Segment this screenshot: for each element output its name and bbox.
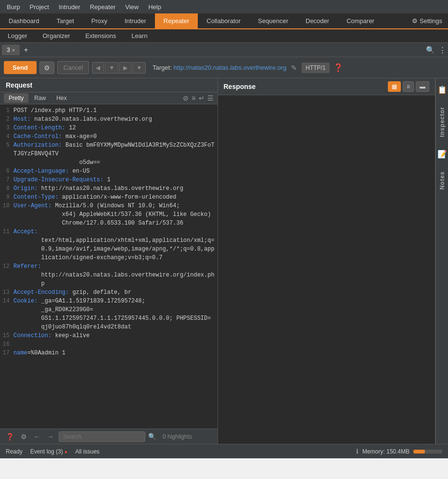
view-hex-button[interactable]: ▬ <box>416 81 429 92</box>
sub-tab-icons: ⊘ ≡ ↵ ☰ <box>183 94 213 102</box>
tab-label: 3 <box>7 47 10 53</box>
no-wrap-icon[interactable]: ⊘ <box>183 94 189 102</box>
menu-repeater[interactable]: Repeater <box>85 1 120 13</box>
menu-view[interactable]: View <box>120 1 143 13</box>
target-url: http://natas20.natas.labs.overthewire.or… <box>173 64 286 71</box>
menu-help[interactable]: Help <box>143 1 166 13</box>
code-line-14: 14 Cookie: _ga=GA1.1.51971839.1725957248… <box>0 297 218 331</box>
nav-tabs-row2: Logger Organizer Extensions Learn <box>0 29 448 43</box>
menu-project[interactable]: Project <box>25 1 53 13</box>
code-line-9: 9 Content-Type: application/x-www-form-u… <box>0 193 218 202</box>
nav-tabs-row1: Dashboard Target Proxy Intruder Repeater… <box>0 13 448 29</box>
request-panel-header: Request <box>0 78 218 92</box>
code-line-10: 10 User-Agent: Mozilla/5.0 (Windows NT 1… <box>0 202 218 227</box>
search-icon[interactable]: ↵ <box>199 94 205 102</box>
status-ready: Ready <box>6 448 23 455</box>
all-issues[interactable]: All issues <box>75 448 100 455</box>
send-button[interactable]: Send <box>4 61 37 74</box>
request-search-bar: ❓ ⚙ ← → 🔍 0 highlights <box>0 429 218 444</box>
code-line-17: 17 name=%0Aadmin 1 <box>0 349 218 357</box>
nav-next-button[interactable]: ▶ <box>119 62 131 74</box>
tab-proxy[interactable]: Proxy <box>83 13 116 29</box>
code-line-15: 15 Connection: keep-alive <box>0 331 218 340</box>
tab-sequencer[interactable]: Sequencer <box>249 13 297 29</box>
request-code-area[interactable]: 1 POST /index.php HTTP/1.1 2 Host: natas… <box>0 104 218 429</box>
nav-next-dropdown-button[interactable]: ▼ <box>132 62 146 74</box>
sidebar-inspector-icon: 📋 <box>437 82 447 97</box>
response-title: Response <box>224 83 256 90</box>
tab-intruder[interactable]: Intruder <box>116 13 155 29</box>
code-line-13: 13 Accept-Encoding: gzip, deflate, br <box>0 288 218 297</box>
tab-search-icon[interactable]: 🔍 <box>426 46 435 54</box>
response-empty-area <box>218 95 435 444</box>
tab-close[interactable]: × <box>12 47 15 53</box>
response-view-buttons: ▦ ≡ ▬ <box>388 81 429 92</box>
toolbar: Send ⚙ Cancel ◀ ▼ ▶ ▼ Target: http://nat… <box>0 57 448 78</box>
nav-arrows: ◀ ▼ ▶ ▼ <box>92 62 146 74</box>
code-line-5: 5 Authorization: Basic bmF0YXMyMDpwNW1Dd… <box>0 141 218 167</box>
inspector-label[interactable]: Inspector <box>437 101 448 143</box>
memory-fill <box>413 450 425 454</box>
edit-target-icon[interactable]: ✎ <box>291 64 297 72</box>
menu-bar: Burp Project Intruder Repeater View Help <box>0 0 448 13</box>
sub-tab-pretty[interactable]: Pretty <box>4 93 28 103</box>
nav-dropdown-button[interactable]: ▼ <box>105 62 118 74</box>
event-log[interactable]: Event log (3) ● <box>30 448 67 455</box>
view-raw-button[interactable]: ≡ <box>403 81 414 92</box>
code-line-4: 4 Cache-Control: max-age=0 <box>0 132 218 141</box>
menu-intruder[interactable]: Intruder <box>54 1 85 13</box>
tab-add-button[interactable]: + <box>20 45 32 55</box>
back-bottom-icon[interactable]: ← <box>32 432 42 441</box>
menu-icon[interactable]: ☰ <box>207 94 214 102</box>
tab-dashboard[interactable]: Dashboard <box>0 13 48 29</box>
main-content: Request Pretty Raw Hex ⊘ ≡ ↵ ☰ 1 POST /i… <box>0 78 448 444</box>
code-line-6: 6 Accept-Language: en-US <box>0 167 218 176</box>
sidebar-notes-icon: 📝 <box>437 147 447 162</box>
help-icon[interactable]: ❓ <box>333 63 343 72</box>
tab-repeater[interactable]: Repeater <box>155 13 198 29</box>
info-icon: ℹ <box>356 448 358 455</box>
memory-text: Memory: 150.4MB <box>362 448 410 455</box>
sub-tab-hex[interactable]: Hex <box>51 93 71 103</box>
search-input[interactable] <box>59 431 145 442</box>
request-sub-tabs: Pretty Raw Hex ⊘ ≡ ↵ ☰ <box>0 92 218 104</box>
nav-prev-button[interactable]: ◀ <box>92 62 104 74</box>
format-icon[interactable]: ≡ <box>192 94 195 102</box>
menu-burp[interactable]: Burp <box>2 1 25 13</box>
repeater-tab-3[interactable]: 3 × <box>2 45 20 55</box>
settings-button[interactable]: ⚙ <box>39 62 54 74</box>
request-panel: Request Pretty Raw Hex ⊘ ≡ ↵ ☰ 1 POST /i… <box>0 78 218 444</box>
cancel-button[interactable]: Cancel <box>57 61 89 74</box>
tab-decoder[interactable]: Decoder <box>297 13 338 29</box>
forward-bottom-icon[interactable]: → <box>45 432 56 441</box>
status-bar: Ready Event log (3) ● All issues ℹ Memor… <box>0 444 448 458</box>
tab-comparer[interactable]: Comparer <box>338 13 383 29</box>
search-submit-icon[interactable]: 🔍 <box>148 433 156 440</box>
view-pretty-button[interactable]: ▦ <box>388 81 401 92</box>
target-label: Target: http://natas20.natas.labs.overth… <box>153 64 286 71</box>
code-line-2: 2 Host: natas20.natas.labs.overthewire.o… <box>0 115 218 124</box>
tab-collaborator[interactable]: Collaborator <box>198 13 249 29</box>
sub-tab-raw[interactable]: Raw <box>29 93 51 103</box>
code-line-12: 12 Referer: http://natas20.natas.labs.ov… <box>0 262 218 288</box>
response-panel-header: Response ▦ ≡ ▬ <box>218 78 435 95</box>
event-dot: ● <box>64 449 67 454</box>
tab-organizer[interactable]: Organizer <box>35 29 77 42</box>
code-line-11: 11 Accept: text/html,application/xhtml+x… <box>0 227 218 262</box>
code-line-7: 7 Upgrade-Insecure-Requests: 1 <box>0 176 218 184</box>
response-panel: Response ▦ ≡ ▬ <box>218 78 436 444</box>
request-title: Request <box>6 81 32 89</box>
help-bottom-icon[interactable]: ❓ <box>4 432 16 441</box>
tab-target[interactable]: Target <box>48 13 83 29</box>
gear-bottom-icon[interactable]: ⚙ <box>19 432 29 441</box>
tab-learn[interactable]: Learn <box>124 29 155 42</box>
code-line-1: 1 POST /index.php HTTP/1.1 <box>0 106 218 115</box>
repeater-tab-bar: 3 × + 🔍 ⋮ <box>0 43 448 57</box>
notes-label[interactable]: Notes <box>437 165 448 195</box>
tab-logger[interactable]: Logger <box>0 29 35 42</box>
http-version-badge: HTTP/1 <box>302 63 329 73</box>
tab-more-icon[interactable]: ⋮ <box>439 46 446 54</box>
status-right: ℹ Memory: 150.4MB <box>356 448 442 455</box>
tab-settings[interactable]: ⚙ Settings <box>406 14 448 27</box>
tab-extensions[interactable]: Extensions <box>78 29 124 42</box>
